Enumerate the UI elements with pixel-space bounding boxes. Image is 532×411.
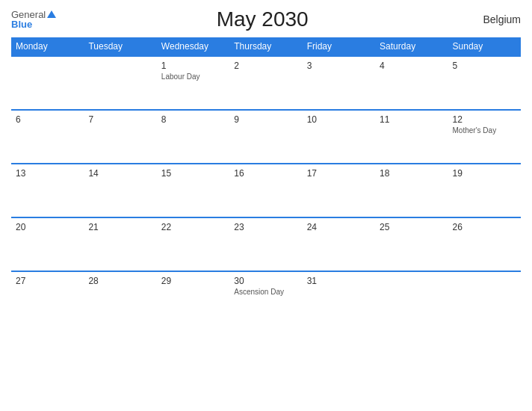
logo: General Blue xyxy=(11,10,56,29)
day-number: 22 xyxy=(161,222,225,232)
calendar-cell: 31 xyxy=(303,271,375,325)
calendar-cell: 8 xyxy=(157,110,229,164)
day-number: 3 xyxy=(307,61,371,71)
day-number: 12 xyxy=(453,114,516,125)
calendar-cell: 18 xyxy=(375,164,448,217)
calendar-cell: 3 xyxy=(303,56,375,110)
calendar-cell: 10 xyxy=(303,110,375,164)
calendar-cell: 19 xyxy=(448,164,521,217)
calendar-cell: 7 xyxy=(84,110,156,164)
calendar-cell: 17 xyxy=(303,164,375,217)
day-number: 8 xyxy=(161,114,225,125)
calendar-table: MondayTuesdayWednesdayThursdayFridaySatu… xyxy=(11,37,521,325)
day-number: 26 xyxy=(453,222,516,232)
calendar-cell: 23 xyxy=(229,217,302,271)
day-number: 31 xyxy=(307,276,371,286)
calendar-cell: 26 xyxy=(448,217,521,271)
calendar-cell: 13 xyxy=(11,164,84,217)
weekday-header-monday: Monday xyxy=(11,37,84,56)
calendar-cell: 21 xyxy=(84,217,156,271)
weekday-header-wednesday: Wednesday xyxy=(157,37,229,56)
week-row-2: 6789101112Mother's Day xyxy=(11,110,521,164)
calendar-cell: 2 xyxy=(229,56,302,110)
day-number: 24 xyxy=(307,222,371,232)
day-number: 11 xyxy=(380,114,443,125)
day-number: 20 xyxy=(16,222,79,232)
calendar-cell: 12Mother's Day xyxy=(448,110,521,164)
day-number: 9 xyxy=(234,114,297,125)
logo-triangle-icon xyxy=(47,10,56,18)
header: General Blue May 2030 Belgium xyxy=(11,7,521,31)
calendar-cell: 11 xyxy=(375,110,448,164)
holiday-name: Mother's Day xyxy=(453,126,516,135)
calendar-cell: 28 xyxy=(84,271,156,325)
calendar-cell: 14 xyxy=(84,164,156,217)
calendar-cell: 15 xyxy=(157,164,229,217)
day-number: 23 xyxy=(234,222,297,232)
day-number: 6 xyxy=(16,114,79,125)
day-number: 14 xyxy=(88,168,152,179)
day-number: 4 xyxy=(380,61,443,71)
day-number: 18 xyxy=(380,168,443,179)
calendar-title: May 2030 xyxy=(56,7,468,31)
calendar-cell: 1Labour Day xyxy=(157,56,229,110)
calendar-cell: 16 xyxy=(229,164,302,217)
calendar-cell: 22 xyxy=(157,217,229,271)
logo-blue-text: Blue xyxy=(11,19,32,29)
calendar-cell: 20 xyxy=(11,217,84,271)
calendar-cell xyxy=(448,271,521,325)
week-row-1: 1Labour Day2345 xyxy=(11,56,521,110)
country-label: Belgium xyxy=(468,13,521,25)
day-number: 21 xyxy=(88,222,152,232)
calendar-cell: 30Ascension Day xyxy=(229,271,302,325)
day-number: 5 xyxy=(453,61,516,71)
day-number: 27 xyxy=(16,276,79,286)
calendar-cell: 29 xyxy=(157,271,229,325)
weekday-header-tuesday: Tuesday xyxy=(84,37,156,56)
weekday-header-thursday: Thursday xyxy=(229,37,302,56)
calendar-cell: 6 xyxy=(11,110,84,164)
day-number: 7 xyxy=(88,114,152,125)
week-row-3: 13141516171819 xyxy=(11,164,521,217)
day-number: 1 xyxy=(161,61,225,71)
day-number: 17 xyxy=(307,168,371,179)
day-number: 28 xyxy=(88,276,152,286)
calendar-cell: 25 xyxy=(375,217,448,271)
calendar-cell xyxy=(11,56,84,110)
day-number: 29 xyxy=(161,276,225,286)
week-row-4: 20212223242526 xyxy=(11,217,521,271)
day-number: 30 xyxy=(234,276,297,286)
calendar-cell: 24 xyxy=(303,217,375,271)
weekday-header-saturday: Saturday xyxy=(375,37,448,56)
week-row-5: 27282930Ascension Day31 xyxy=(11,271,521,325)
calendar-cell: 27 xyxy=(11,271,84,325)
calendar-cell: 9 xyxy=(229,110,302,164)
weekday-header-friday: Friday xyxy=(303,37,375,56)
calendar-cell xyxy=(84,56,156,110)
day-number: 19 xyxy=(453,168,516,179)
weekday-header-sunday: Sunday xyxy=(448,37,521,56)
calendar-cell: 4 xyxy=(375,56,448,110)
day-number: 25 xyxy=(380,222,443,232)
day-number: 10 xyxy=(307,114,371,125)
calendar-cell: 5 xyxy=(448,56,521,110)
calendar-page: General Blue May 2030 Belgium MondayTues… xyxy=(0,0,532,411)
day-number: 2 xyxy=(234,61,297,71)
holiday-name: Ascension Day xyxy=(234,288,297,296)
day-number: 13 xyxy=(16,168,79,179)
holiday-name: Labour Day xyxy=(161,72,225,81)
day-number: 15 xyxy=(161,168,225,179)
weekday-header-row: MondayTuesdayWednesdayThursdayFridaySatu… xyxy=(11,37,521,56)
calendar-cell xyxy=(375,271,448,325)
day-number: 16 xyxy=(234,168,297,179)
